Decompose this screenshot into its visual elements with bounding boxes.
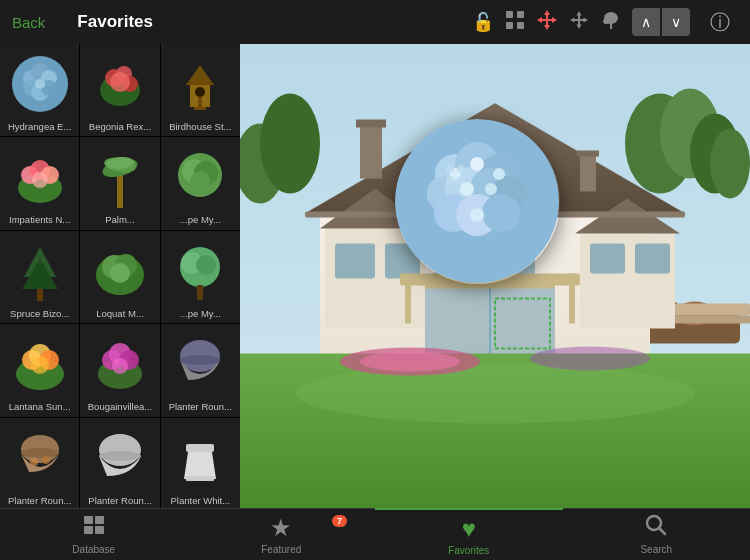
svg-point-178 bbox=[485, 183, 497, 195]
svg-rect-185 bbox=[95, 516, 104, 524]
search-icon bbox=[645, 514, 667, 542]
hydrangea-thumb bbox=[6, 50, 74, 118]
back-button[interactable]: Back bbox=[0, 0, 57, 44]
item-label: Impatients N... bbox=[9, 214, 70, 225]
svg-rect-52 bbox=[37, 289, 43, 301]
list-item[interactable]: ...pe My... bbox=[161, 231, 240, 323]
svg-point-59 bbox=[196, 255, 216, 275]
svg-marker-13 bbox=[577, 24, 582, 29]
svg-marker-7 bbox=[544, 25, 550, 30]
svg-rect-186 bbox=[84, 526, 93, 534]
list-item[interactable]: Spruce Bizo... bbox=[0, 231, 79, 323]
svg-rect-136 bbox=[580, 154, 596, 192]
svg-marker-8 bbox=[537, 17, 542, 23]
item-label: ...pe My... bbox=[180, 308, 221, 319]
svg-point-77 bbox=[99, 434, 141, 466]
list-item[interactable]: Birdhouse St... bbox=[161, 44, 240, 136]
tab-featured-label: Featured bbox=[261, 544, 301, 555]
svg-rect-144 bbox=[590, 244, 625, 274]
list-item[interactable]: Begonia Rex... bbox=[80, 44, 159, 136]
svg-rect-3 bbox=[517, 22, 524, 29]
drag-icon[interactable] bbox=[536, 9, 558, 36]
item-label: Planter Whit... bbox=[170, 495, 230, 506]
svg-point-31 bbox=[110, 72, 130, 92]
page-title: Favorites bbox=[57, 12, 173, 32]
list-item[interactable]: Lantana Sun... bbox=[0, 324, 79, 416]
svg-point-180 bbox=[446, 165, 454, 173]
list-item[interactable]: Planter Roun... bbox=[0, 418, 79, 508]
list-item[interactable]: Bougainvillea... bbox=[80, 324, 159, 416]
svg-point-41 bbox=[32, 172, 48, 188]
loquat-thumb bbox=[86, 237, 154, 305]
tab-search[interactable]: Search bbox=[563, 508, 751, 560]
svg-point-70 bbox=[112, 358, 128, 374]
planter-white-thumb bbox=[166, 424, 234, 492]
svg-rect-184 bbox=[84, 516, 93, 524]
list-item[interactable]: Palm... bbox=[80, 137, 159, 229]
nav-arrows: ∧ ∨ bbox=[632, 8, 690, 36]
svg-marker-15 bbox=[584, 17, 589, 22]
svg-marker-6 bbox=[544, 10, 550, 15]
svg-rect-137 bbox=[577, 151, 599, 157]
svg-rect-134 bbox=[360, 124, 382, 179]
spruce-thumb bbox=[6, 237, 74, 305]
featured-icon: ★ bbox=[270, 514, 292, 542]
list-item[interactable]: Impatients N... bbox=[0, 137, 79, 229]
sidebar: Hydrangea E... Begonia Rex... bbox=[0, 44, 240, 508]
svg-rect-187 bbox=[95, 526, 104, 534]
list-item[interactable]: ...pe My... bbox=[161, 137, 240, 229]
move-icon[interactable] bbox=[504, 9, 526, 36]
svg-rect-142 bbox=[335, 244, 375, 279]
favorites-grid: Hydrangea E... Begonia Rex... bbox=[0, 44, 240, 508]
bougainvillea-thumb bbox=[86, 330, 154, 398]
svg-rect-79 bbox=[186, 444, 214, 452]
svg-point-181 bbox=[457, 165, 465, 173]
birdhouse-thumb bbox=[166, 50, 234, 118]
svg-rect-60 bbox=[197, 285, 203, 300]
item-label: Hydrangea E... bbox=[8, 121, 71, 132]
item-label: ...pe My... bbox=[180, 214, 221, 225]
svg-point-182 bbox=[446, 176, 454, 184]
svg-rect-36 bbox=[194, 107, 206, 110]
list-item[interactable]: Hydrangea E... bbox=[0, 44, 79, 136]
svg-point-173 bbox=[482, 194, 520, 232]
svg-point-177 bbox=[460, 182, 474, 196]
list-item[interactable]: Loquat M... bbox=[80, 231, 159, 323]
svg-marker-9 bbox=[552, 17, 557, 23]
arrow-up-button[interactable]: ∧ bbox=[632, 8, 660, 36]
arrow-down-button[interactable]: ∨ bbox=[662, 8, 690, 36]
planter-round2-thumb bbox=[6, 424, 74, 492]
database-icon bbox=[82, 514, 106, 542]
svg-point-119 bbox=[710, 129, 750, 199]
myrtle-thumb bbox=[166, 143, 234, 211]
svg-point-179 bbox=[470, 208, 484, 222]
svg-point-121 bbox=[260, 94, 320, 194]
item-label: Lantana Sun... bbox=[9, 401, 71, 412]
tab-database[interactable]: Database bbox=[0, 508, 188, 560]
main-area: Hydrangea E... Begonia Rex... bbox=[0, 44, 750, 508]
svg-point-158 bbox=[295, 364, 695, 424]
planter-round3-thumb bbox=[86, 424, 154, 492]
svg-point-75 bbox=[30, 458, 38, 466]
tab-favorites[interactable]: ♥ Favorites bbox=[375, 508, 563, 560]
list-item[interactable]: Planter Whit... bbox=[161, 418, 240, 508]
info-button[interactable]: ⓘ bbox=[700, 9, 740, 36]
plant-icon[interactable] bbox=[600, 9, 622, 36]
svg-rect-80 bbox=[186, 476, 214, 481]
transform-icon[interactable] bbox=[568, 9, 590, 36]
main-content[interactable] bbox=[240, 44, 750, 508]
bottom-bar: Database ★ 7 Featured ♥ Favorites Search bbox=[0, 508, 750, 560]
tab-favorites-label: Favorites bbox=[448, 545, 489, 556]
tab-featured[interactable]: ★ 7 Featured bbox=[188, 508, 376, 560]
svg-marker-12 bbox=[577, 11, 582, 16]
list-item[interactable]: Planter Roun... bbox=[80, 418, 159, 508]
svg-point-160 bbox=[360, 352, 460, 372]
begonia-thumb bbox=[86, 50, 154, 118]
list-item[interactable]: Planter Roun... bbox=[161, 324, 240, 416]
item-label: Palm... bbox=[105, 214, 135, 225]
palm-thumb bbox=[86, 143, 154, 211]
top-bar: Back Favorites 🔓 bbox=[0, 0, 750, 44]
tab-database-label: Database bbox=[72, 544, 115, 555]
planter-round1-thumb bbox=[166, 330, 234, 398]
lock-icon[interactable]: 🔓 bbox=[472, 11, 494, 33]
